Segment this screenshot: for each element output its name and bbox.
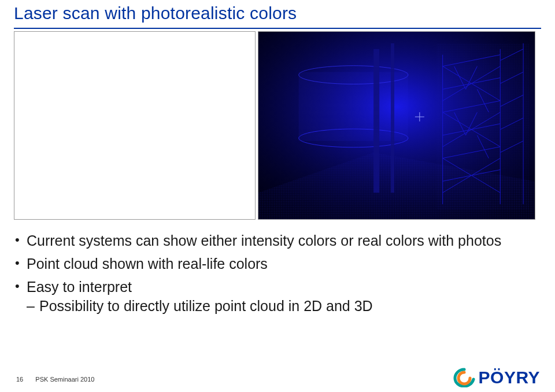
swirl-icon bbox=[453, 368, 475, 387]
point-cloud-illustration bbox=[258, 32, 535, 219]
image-right-point-cloud bbox=[258, 31, 535, 220]
bullet-text: Easy to interpret bbox=[27, 279, 132, 295]
slide-root: Laser scan with photorealistic colors bbox=[0, 0, 555, 392]
page-number: 16 bbox=[16, 376, 23, 383]
brand-logo-text: PÖYRY bbox=[479, 368, 540, 387]
bullet-item: Current systems can show either intensit… bbox=[14, 231, 541, 251]
bullet-item: Easy to interpret Possibility to directl… bbox=[14, 278, 541, 317]
slide-title: Laser scan with photorealistic colors bbox=[14, 0, 541, 27]
title-underline bbox=[14, 28, 541, 29]
svg-rect-8 bbox=[373, 49, 379, 193]
sub-bullet-item: Possibility to directly utilize point cl… bbox=[27, 297, 541, 316]
footer-event: PSK Seminaari 2010 bbox=[35, 376, 94, 383]
footer: 16 PSK Seminaari 2010 bbox=[16, 376, 94, 383]
images-row bbox=[14, 31, 541, 220]
bullet-list: Current systems can show either intensit… bbox=[14, 231, 541, 316]
bullet-text: Point cloud shown with real-life colors bbox=[27, 256, 268, 272]
svg-rect-9 bbox=[391, 43, 394, 193]
svg-rect-36 bbox=[437, 43, 529, 210]
image-left-placeholder bbox=[14, 31, 256, 220]
sub-bullet-text: Possibility to directly utilize point cl… bbox=[39, 298, 373, 314]
bullet-text: Current systems can show either intensit… bbox=[27, 232, 501, 249]
bullet-item: Point cloud shown with real-life colors bbox=[14, 254, 541, 274]
brand-logo: PÖYRY bbox=[453, 368, 540, 387]
sub-bullet-list: Possibility to directly utilize point cl… bbox=[27, 297, 541, 316]
